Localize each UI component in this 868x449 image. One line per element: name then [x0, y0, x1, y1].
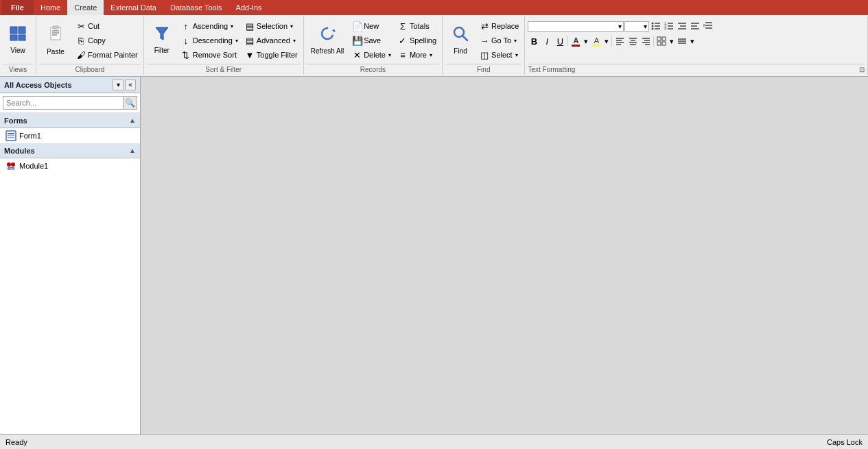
sidebar-collapse-button[interactable]: «: [125, 80, 136, 90]
go-to-label: Go To: [491, 36, 511, 45]
refresh-all-button[interactable]: Refresh All: [307, 18, 348, 63]
advanced-label: Advanced: [257, 36, 290, 45]
svg-rect-47: [657, 37, 661, 40]
form1-label: Form1: [19, 132, 41, 140]
sidebar-section-modules-header[interactable]: Modules ▲: [0, 143, 140, 158]
find-button-label: Find: [454, 47, 467, 56]
svg-rect-49: [657, 42, 661, 45]
sort-col: ↑ Ascending ▾ ↓ Descending ▾ ⇅ Remove So…: [178, 18, 241, 62]
selection-button[interactable]: ▤ Selection ▾: [242, 19, 301, 33]
selection-icon: ▤: [245, 21, 255, 32]
delete-dropdown-arrow: ▾: [388, 52, 391, 58]
remove-sort-button[interactable]: ⇅ Remove Sort: [178, 48, 241, 62]
toggle-filter-icon: ▼: [245, 50, 255, 60]
view-button[interactable]: View: [3, 18, 33, 63]
format-painter-icon: 🖌: [76, 50, 86, 60]
paste-button[interactable]: Paste: [39, 18, 72, 63]
ribbon-tabs-bar: File Home Create External Data Database …: [0, 0, 868, 15]
records-col1: 📄 New 💾 Save ✕ Delete ▾: [349, 18, 394, 62]
group-records-label: Records: [307, 64, 439, 73]
sidebar-section-forms-title: Forms: [4, 117, 27, 125]
ascending-button[interactable]: ↑ Ascending ▾: [178, 19, 241, 33]
outdent-button[interactable]: [689, 20, 701, 32]
new-button[interactable]: 📄 New: [349, 19, 394, 33]
find-icon: [452, 25, 469, 45]
bold-button[interactable]: B: [528, 35, 540, 47]
svg-rect-57: [8, 137, 14, 138]
font-color-dropdown[interactable]: ▾: [583, 35, 589, 47]
tab-add-ins[interactable]: Add-Ins: [229, 0, 269, 15]
refresh-all-label: Refresh All: [311, 47, 344, 56]
svg-rect-48: [662, 37, 666, 40]
spelling-label: Spelling: [410, 36, 436, 45]
svg-marker-10: [332, 29, 336, 32]
numbered-list-button[interactable]: 1.2.3.: [663, 20, 675, 32]
tab-external-data[interactable]: External Data: [104, 0, 163, 15]
sidebar-section-forms-header[interactable]: Forms ▲: [0, 113, 140, 128]
tab-file[interactable]: File: [1, 0, 34, 15]
sidebar-search-button[interactable]: 🔍: [124, 96, 137, 110]
sidebar-item-form1[interactable]: Form1: [0, 128, 140, 143]
grid-button[interactable]: [655, 35, 668, 47]
indent-button[interactable]: [676, 20, 688, 32]
svg-line-12: [462, 36, 467, 40]
save-button[interactable]: 💾 Save: [349, 34, 394, 47]
delete-label: Delete: [364, 51, 386, 59]
underline-button[interactable]: U: [554, 35, 566, 47]
highlight-dropdown[interactable]: ▾: [603, 35, 610, 47]
cut-button[interactable]: ✂ Cut: [73, 19, 141, 33]
work-area: [141, 77, 868, 434]
more-button[interactable]: ≡ More ▾: [395, 48, 439, 62]
font-size-combo[interactable]: ▾: [624, 21, 649, 32]
font-color-button[interactable]: A: [570, 35, 582, 47]
select-button[interactable]: ◫ Select ▾: [477, 48, 521, 62]
format-painter-button[interactable]: 🖌 Format Painter: [73, 48, 141, 62]
advanced-button[interactable]: ▤ Advanced ▾: [242, 34, 301, 47]
group-views: View Views: [0, 16, 36, 75]
sidebar-search-input[interactable]: [3, 96, 124, 110]
copy-button[interactable]: ⎘ Copy: [73, 34, 141, 47]
lines-button[interactable]: [676, 35, 688, 47]
form-icon: [5, 130, 16, 141]
find-button[interactable]: Find: [445, 18, 476, 63]
copy-icon: ⎘: [76, 36, 86, 46]
lines-dropdown[interactable]: ▾: [689, 35, 696, 47]
grid-dropdown[interactable]: ▾: [668, 35, 675, 47]
sidebar-title: All Access Objects: [4, 81, 72, 89]
svg-rect-50: [662, 42, 666, 45]
align-right-button[interactable]: [640, 35, 652, 47]
italic-button[interactable]: I: [541, 35, 553, 47]
line-spacing-button[interactable]: [702, 20, 714, 32]
align-left-button[interactable]: [613, 35, 626, 47]
selection-label: Selection: [257, 22, 288, 30]
sidebar-section-forms-toggle: ▲: [129, 117, 136, 124]
sidebar-menu-button[interactable]: ▾: [113, 80, 124, 90]
status-bar: Ready Caps Lock: [0, 434, 868, 449]
replace-button[interactable]: ⇄ Replace: [477, 19, 521, 33]
tab-home[interactable]: Home: [34, 0, 67, 15]
selection-dropdown-arrow: ▾: [290, 23, 293, 29]
font-family-value: [530, 23, 532, 30]
go-to-button[interactable]: → Go To ▾: [477, 34, 521, 47]
totals-button[interactable]: Σ Totals: [395, 19, 439, 33]
svg-point-59: [11, 162, 15, 167]
sidebar-item-module1[interactable]: VBA Module1: [0, 158, 140, 173]
delete-button[interactable]: ✕ Delete ▾: [349, 48, 394, 62]
font-family-combo[interactable]: ▾: [528, 21, 624, 32]
tf-expand-icon[interactable]: ⊡: [859, 66, 865, 73]
filter-button-label: Filter: [154, 47, 169, 55]
descending-button[interactable]: ↓ Descending ▾: [178, 34, 241, 47]
bullets-button[interactable]: [650, 20, 662, 32]
highlight-button[interactable]: A: [590, 35, 602, 47]
filter-button[interactable]: Filter: [147, 18, 177, 63]
align-center-button[interactable]: [626, 35, 639, 47]
spelling-button[interactable]: ✓ Spelling: [395, 34, 439, 47]
tab-database-tools[interactable]: Database Tools: [163, 0, 229, 15]
svg-rect-7: [52, 32, 59, 34]
tab-create[interactable]: Create: [67, 0, 104, 15]
records-col2: Σ Totals ✓ Spelling ≡ More ▾: [395, 18, 439, 62]
toggle-filter-button[interactable]: ▼ Toggle Filter: [242, 48, 301, 62]
ascending-label: Ascending: [193, 22, 228, 30]
svg-rect-2: [10, 35, 17, 40]
main-layout: All Access Objects ▾ « 🔍 Forms ▲: [0, 77, 868, 434]
